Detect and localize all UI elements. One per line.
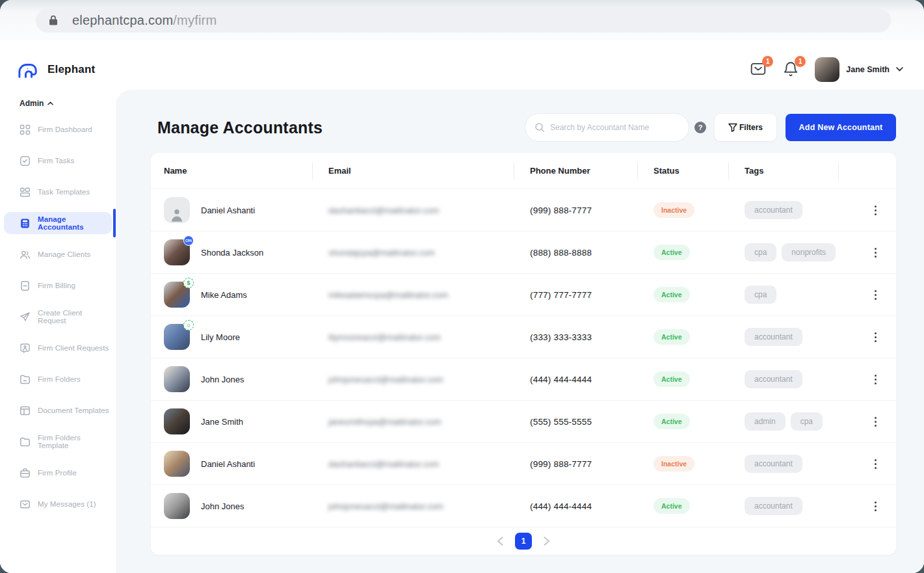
search-icon — [535, 122, 545, 133]
chevron-down-icon — [896, 67, 903, 72]
sidebar-item-manage-accountants[interactable]: Manage Accountants — [4, 212, 112, 234]
messages-button[interactable]: 1 — [750, 60, 768, 79]
layout-icon — [20, 405, 31, 416]
row-actions-kebab-menu[interactable] — [867, 496, 883, 516]
logo[interactable]: Elephant — [0, 49, 116, 90]
help-icon[interactable]: ? — [694, 122, 706, 133]
add-new-accountant-button[interactable]: Add New Accountant — [785, 114, 896, 141]
status-badge: Inactive — [653, 456, 694, 472]
accountant-search[interactable] — [525, 113, 689, 142]
page-number-button[interactable]: 1 — [515, 533, 532, 550]
column-header-status: Status — [653, 166, 745, 176]
accountant-phone: (555) 555-5555 — [530, 417, 653, 427]
sidebar-item-create-client-request[interactable]: Create Client Request — [4, 306, 112, 328]
app-header: 1 1 Jane Smith — [116, 49, 924, 90]
sidebar-item-label: Firm Profile — [38, 469, 77, 477]
accountant-email-blurred: lilymooreacct@mailinator.com — [328, 332, 441, 342]
sidebar-item-my-messages-1[interactable]: My Messages (1) — [4, 493, 112, 515]
table-row[interactable]: Daniel Ashantidashantiacct@mailinator.co… — [151, 189, 896, 232]
chevron-left-icon — [497, 537, 503, 546]
column-header-name: Name — [164, 166, 328, 176]
sidebar-item-label: My Messages (1) — [38, 500, 96, 508]
tag-accountant: accountant — [745, 201, 802, 219]
row-actions-kebab-menu[interactable] — [867, 369, 883, 389]
sidebar-item-firm-dashboard[interactable]: Firm Dashboard — [4, 118, 112, 140]
table-row[interactable]: John Jonesjohnjonesacct@mailinator.com(4… — [151, 358, 896, 401]
sidebar-item-firm-profile[interactable]: Firm Profile — [4, 462, 112, 484]
billing-doc-icon — [20, 280, 31, 291]
calculator-icon — [20, 218, 31, 229]
logo-text: Elephant — [47, 63, 95, 76]
column-header-email: Email — [328, 166, 530, 176]
main-content: Manage Accountants ? Filters Add New Acc… — [116, 90, 924, 573]
avatar — [164, 366, 190, 392]
status-badge: Active — [653, 287, 690, 302]
next-page-button[interactable] — [544, 537, 550, 546]
user-menu[interactable]: Jane Smith — [815, 57, 903, 82]
accountant-email-blurred: janesmithcpa@mailinator.com — [328, 417, 442, 427]
table-row[interactable]: CPAShonda Jacksonshondajcpa@mailinator.c… — [151, 232, 896, 274]
people-icon — [20, 249, 31, 260]
sidebar-item-manage-clients[interactable]: Manage Clients — [4, 243, 112, 265]
browser-chrome: elephantcpa.com/myfirm — [0, 0, 924, 40]
accountant-phone: (999) 888-7777 — [530, 459, 653, 469]
page-title: Manage Accountants — [157, 118, 323, 137]
notifications-button[interactable]: 1 — [782, 60, 800, 79]
accountant-name: John Jones — [201, 501, 244, 511]
accountant-email-blurred: johnjonesacct@mailinator.com — [328, 375, 443, 384]
sidebar-item-label: Firm Folders Template — [38, 434, 112, 449]
table-row[interactable]: Jane Smithjanesmithcpa@mailinator.com(55… — [151, 401, 896, 443]
sidebar-item-firm-billing[interactable]: Firm Billing — [4, 274, 112, 297]
accountant-name: Daniel Ashanti — [201, 459, 255, 469]
lock-icon — [49, 15, 58, 25]
messages-count-badge: 1 — [762, 56, 773, 67]
address-bar[interactable]: elephantcpa.com/myfirm — [36, 8, 891, 33]
accountant-email-blurred: dashantiacct@mailinator.com — [328, 459, 439, 469]
tag-cpa: cpa — [745, 286, 776, 304]
table-row[interactable]: John Jonesjohnjonesacct@mailinator.com(4… — [151, 485, 896, 527]
column-header-phone-number: Phone Number — [530, 166, 653, 176]
sidebar-item-task-templates[interactable]: Task Templates — [4, 181, 112, 203]
accountant-name: Shonda Jackson — [201, 248, 263, 258]
accountant-name: Lily Moore — [201, 332, 240, 342]
tag-accountant: accountant — [745, 328, 802, 346]
filters-label: Filters — [739, 123, 763, 132]
person-silhouette-icon — [168, 206, 185, 223]
accountant-name: John Jones — [201, 375, 244, 384]
sidebar-item-firm-folders-template[interactable]: Firm Folders Template — [4, 431, 112, 453]
search-input[interactable] — [550, 123, 680, 132]
accountants-table: NameEmailPhone NumberStatusTags Daniel A… — [151, 153, 896, 555]
sidebar-item-document-templates[interactable]: Document Templates — [4, 399, 112, 421]
table-row[interactable]: ☺Lily Moorelilymooreacct@mailinator.com(… — [151, 316, 896, 358]
cpa-seal-badge: CPA — [183, 235, 194, 246]
accountant-email-blurred: mikeadamscpa@mailinator.com — [328, 290, 448, 300]
sidebar-item-firm-tasks[interactable]: Firm Tasks — [4, 150, 112, 172]
accountant-name: Jane Smith — [201, 417, 243, 427]
person-bubble-icon — [20, 343, 31, 354]
table-row[interactable]: $Mike Adamsmikeadamscpa@mailinator.com(7… — [151, 274, 896, 316]
sidebar-section-admin[interactable]: Admin — [0, 99, 116, 108]
briefcase-icon — [20, 468, 31, 479]
url-path: /myfirm — [173, 13, 217, 27]
sidebar-item-firm-client-requests[interactable]: Firm Client Requests — [4, 337, 112, 359]
row-actions-kebab-menu[interactable] — [867, 327, 883, 347]
table-row[interactable]: Daniel Ashantidashantiacct@mailinator.co… — [151, 443, 896, 485]
row-actions-kebab-menu[interactable] — [867, 243, 883, 262]
dollar-seal-badge: $ — [183, 278, 194, 288]
sidebar-item-label: Task Templates — [38, 188, 90, 196]
tag-cpa: cpa — [791, 412, 823, 431]
sidebar-item-label: Create Client Request — [38, 309, 112, 325]
accountant-phone: (444) 444-4444 — [530, 375, 653, 384]
table-header-row: NameEmailPhone NumberStatusTags — [151, 153, 896, 189]
sidebar-item-label: Firm Folders — [38, 375, 81, 383]
sidebar-item-firm-folders[interactable]: Firm Folders — [4, 368, 112, 390]
row-actions-kebab-menu[interactable] — [867, 200, 883, 220]
row-actions-kebab-menu[interactable] — [867, 285, 883, 304]
previous-page-button[interactable] — [497, 537, 503, 546]
row-actions-kebab-menu[interactable] — [867, 412, 883, 431]
accountant-email-blurred: johnjonesacct@mailinator.com — [328, 501, 443, 511]
avatar — [164, 197, 190, 223]
filters-button[interactable]: Filters — [714, 113, 777, 142]
row-actions-kebab-menu[interactable] — [867, 454, 883, 473]
tag-accountant: accountant — [745, 497, 802, 515]
